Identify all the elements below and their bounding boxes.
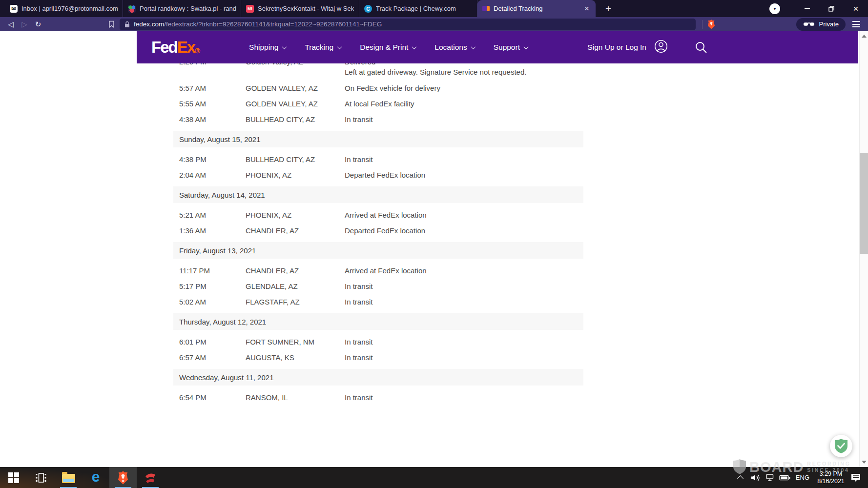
scan-status: In transit <box>345 298 583 306</box>
fedex-nav-support[interactable]: Support <box>494 43 528 52</box>
reload-button[interactable]: ↻ <box>31 17 45 31</box>
scan-location: BULLHEAD CITY, AZ <box>246 155 345 163</box>
tracking-row: 4:38 AMBULLHEAD CITY, AZIn transit <box>173 111 583 127</box>
minimize-icon <box>805 8 810 9</box>
system-tray: ENG 3:29 PM 8/16/2021 <box>733 467 868 488</box>
brave-shield-icon[interactable] <box>707 20 716 29</box>
tracking-row: 6:54 PMRANSOM, ILIn transit <box>173 389 583 405</box>
scan-status: Arrived at FedEx location <box>345 211 583 219</box>
search-icon[interactable] <box>694 41 708 54</box>
tracking-row: 6:57 AMAUGUSTA, KSIn transit <box>173 349 583 365</box>
fedex-nav-tracking[interactable]: Tracking <box>305 43 341 52</box>
date-header: Saturday, August 14, 2021 <box>173 186 583 203</box>
hidden-icons-chevron[interactable] <box>733 474 748 481</box>
scan-status: Departed FedEx location <box>345 226 583 235</box>
scroll-up-arrow[interactable] <box>862 35 867 38</box>
fedex-nav-locations[interactable]: Locations <box>434 43 475 52</box>
browser-tab[interactable]: Detailed Tracking× <box>477 0 596 17</box>
nav-label: Shipping <box>249 43 278 52</box>
action-center-button[interactable] <box>849 473 862 482</box>
new-tab-button[interactable]: + <box>602 3 614 14</box>
scan-time: 6:54 PM <box>173 393 246 402</box>
tracking-row: 5:17 PMGLENDALE, AZIn transit <box>173 278 583 294</box>
browser-tab[interactable]: CTrack Package | Chewy.com <box>359 0 477 17</box>
scrollbar[interactable] <box>859 31 868 467</box>
scan-time: 5:21 AM <box>173 211 246 219</box>
tab-title: SekretnySexKontakt - Witaj w Sekretny <box>258 5 354 12</box>
scan-time: 5:17 PM <box>173 282 246 290</box>
scan-location: AUGUSTA, KS <box>246 353 345 362</box>
url-text: fedex.com/fedextrack/?trknbr=92628760114… <box>134 20 382 28</box>
private-label: Private <box>819 20 839 28</box>
scan-time: 5:55 AM <box>173 100 246 108</box>
volume-icon[interactable] <box>748 473 764 482</box>
fedex-header: FedExⓇ ShippingTrackingDesign & PrintLoc… <box>137 31 858 63</box>
tab-search-button[interactable]: ▾ <box>769 3 780 14</box>
scan-location: PHOENIX, AZ <box>246 171 345 179</box>
maximize-button[interactable] <box>819 0 844 17</box>
nav-label: Locations <box>434 43 467 52</box>
taskbar-brave-button[interactable] <box>109 467 137 488</box>
battery-icon[interactable] <box>777 475 793 481</box>
back-button[interactable]: ◁ <box>4 17 18 31</box>
fedex-nav-design-print[interactable]: Design & Print <box>360 43 416 52</box>
scrollbar-thumb[interactable] <box>860 153 868 254</box>
scan-status: Arrived at FedEx location <box>345 266 583 275</box>
tab-list: ✉Inbox | april1976@protonmail.com | PrPo… <box>5 0 596 17</box>
close-icon: × <box>853 3 858 14</box>
nav-label: Support <box>494 43 520 52</box>
menu-button[interactable] <box>852 21 860 27</box>
fedex-logo[interactable]: FedExⓇ <box>151 38 200 57</box>
browser-tab[interactable]: ✉Inbox | april1976@protonmail.com | Pr <box>5 0 123 17</box>
tab-title: Inbox | april1976@protonmail.com | Pr <box>21 5 118 12</box>
browser-tab-strip: ✉Inbox | april1976@protonmail.com | PrPo… <box>0 0 868 17</box>
close-tab-icon[interactable]: × <box>583 4 591 13</box>
brave-icon <box>117 470 129 485</box>
edge-icon: e <box>92 469 100 484</box>
screen: ✉Inbox | april1976@protonmail.com | PrPo… <box>0 0 868 488</box>
chevron-down-icon <box>337 44 342 49</box>
fedex-nav-shipping[interactable]: Shipping <box>249 43 286 52</box>
fedex-track-favicon-icon <box>482 6 490 11</box>
taskbar-start-button[interactable] <box>0 467 27 488</box>
scan-time: 6:01 PM <box>173 338 246 346</box>
taskbar-red-app-button[interactable] <box>137 467 164 488</box>
tracking-row: 4:38 PMBULLHEAD CITY, AZIn transit <box>173 151 583 167</box>
red-app-icon <box>144 471 157 484</box>
tray-date: 8/16/2021 <box>817 478 845 485</box>
language-indicator[interactable]: ENG <box>793 474 812 481</box>
taskbar-task-view-button[interactable] <box>27 467 55 488</box>
browser-tab[interactable]: Portal randkowy : Swatka.pl - randki in <box>123 0 241 17</box>
forward-button[interactable]: ▷ <box>18 17 31 31</box>
scan-status: In transit <box>345 155 583 163</box>
adguard-floating-button[interactable] <box>830 435 852 457</box>
network-icon[interactable] <box>764 473 777 482</box>
bookmark-icon[interactable] <box>108 20 115 28</box>
taskbar-clock[interactable]: 3:29 PM 8/16/2021 <box>812 470 849 485</box>
tab-title: Portal randkowy : Swatka.pl - randki in <box>140 5 236 12</box>
tracking-row: 5:21 AMPHOENIX, AZArrived at FedEx locat… <box>173 207 583 223</box>
tracking-row: 11:17 PMCHANDLER, AZArrived at FedEx loc… <box>173 263 583 278</box>
user-icon[interactable] <box>654 39 668 56</box>
browser-toolbar: ◁ ▷ ↻ fedex.com/fedextrack/?trknbr=92628… <box>0 17 868 31</box>
taskbar-file-explorer-button[interactable] <box>55 467 82 488</box>
toolbar-divider <box>702 20 703 29</box>
browser-tab[interactable]: MfSekretnySexKontakt - Witaj w Sekretny <box>241 0 359 17</box>
minimize-button[interactable] <box>795 0 819 17</box>
task-view-icon <box>35 472 47 483</box>
scan-location: RANSOM, IL <box>246 393 345 402</box>
close-window-button[interactable]: × <box>844 0 868 17</box>
scan-location: GLENDALE, AZ <box>246 282 345 290</box>
scroll-down-arrow[interactable] <box>862 461 867 464</box>
tray-time: 3:29 PM <box>820 470 843 478</box>
fedex-nav: ShippingTrackingDesign & PrintLocationsS… <box>249 43 528 52</box>
date-header: Thursday, August 12, 2021 <box>173 313 583 330</box>
date-header: Wednesday, August 11, 2021 <box>173 369 583 386</box>
private-badge[interactable]: Private <box>796 18 846 31</box>
taskbar-edge-button[interactable]: e <box>82 467 109 488</box>
sign-up-log-in-link[interactable]: Sign Up or Log In <box>587 43 646 52</box>
scan-time: 4:38 PM <box>173 155 246 163</box>
scan-time: 2:04 AM <box>173 171 246 179</box>
chewy-favicon-icon: C <box>364 5 372 13</box>
address-bar[interactable]: fedex.com/fedextrack/?trknbr=92628760114… <box>120 19 696 30</box>
